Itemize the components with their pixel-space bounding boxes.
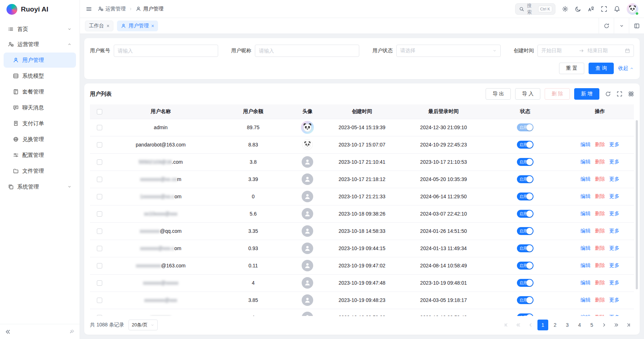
settings-icon[interactable] — [562, 6, 568, 12]
status-toggle[interactable]: 启用 — [517, 227, 533, 235]
delete-link[interactable]: 删除 — [595, 141, 605, 147]
delete-link[interactable]: 删除 — [595, 314, 605, 316]
table-columns-icon[interactable] — [628, 91, 634, 97]
add-button[interactable]: 新 增 — [574, 88, 599, 100]
sidebar-item-system-management[interactable]: 系统管理 — [4, 179, 76, 194]
page-size-select[interactable]: 20条/页 — [129, 320, 158, 330]
user-avatar[interactable] — [627, 3, 638, 15]
breadcrumb-item-user-management[interactable]: 用户管理 — [136, 6, 163, 12]
delete-link[interactable]: 删除 — [595, 297, 605, 303]
menu-toggle-icon[interactable] — [86, 6, 92, 12]
status-toggle[interactable]: 启用 — [517, 158, 533, 166]
sidebar-subitem-exchange-management[interactable]: 兑换管理 — [4, 132, 76, 147]
more-link[interactable]: 更多 — [609, 193, 620, 199]
global-search[interactable]: 搜索 Ctrl K — [515, 3, 555, 15]
import-button[interactable]: 导 入 — [515, 88, 540, 100]
page-button-2[interactable]: 2 — [550, 320, 560, 330]
row-checkbox[interactable] — [97, 159, 102, 165]
reset-button[interactable]: 重 置 — [559, 63, 584, 74]
more-link[interactable]: 更多 — [609, 141, 620, 147]
row-checkbox[interactable] — [97, 229, 102, 234]
edit-link[interactable]: 编辑 — [581, 297, 591, 303]
page-button-5[interactable]: 5 — [586, 320, 597, 330]
close-tab-icon[interactable]: × — [151, 23, 154, 28]
edit-link[interactable]: 编辑 — [581, 141, 591, 147]
edit-link[interactable]: 编辑 — [581, 176, 591, 182]
sidebar-subitem-config-management[interactable]: 配置管理 — [4, 148, 76, 163]
first-page-button[interactable] — [501, 320, 512, 330]
jump-forward-button[interactable] — [611, 320, 622, 330]
more-link[interactable]: 更多 — [609, 262, 620, 268]
row-checkbox[interactable] — [97, 315, 102, 316]
sidebar-item-home[interactable]: 首页 — [4, 22, 76, 37]
row-checkbox[interactable] — [97, 298, 102, 303]
delete-link[interactable]: 删除 — [595, 245, 605, 251]
row-checkbox[interactable] — [97, 177, 102, 182]
fullscreen-icon[interactable] — [601, 6, 607, 12]
sidebar-item-operations[interactable]: 运营管理 — [4, 37, 76, 52]
last-page-button[interactable] — [623, 320, 634, 330]
edit-link[interactable]: 编辑 — [581, 228, 591, 234]
search-button[interactable]: 查 询 — [589, 63, 614, 74]
tab-options-button[interactable] — [614, 18, 629, 33]
status-toggle[interactable]: 启用 — [517, 244, 533, 252]
status-toggle[interactable]: 启用 — [517, 141, 533, 149]
tab-workbench[interactable]: 工作台 × — [85, 21, 113, 31]
refresh-table-icon[interactable] — [605, 91, 611, 97]
page-button-1[interactable]: 1 — [537, 320, 548, 330]
tab-user-management[interactable]: 用户管理 × — [117, 21, 158, 31]
delete-link[interactable]: 删除 — [595, 176, 605, 182]
prev-page-button[interactable] — [525, 320, 536, 330]
more-link[interactable]: 更多 — [609, 211, 620, 216]
table-fullscreen-icon[interactable] — [617, 91, 622, 97]
delete-link[interactable]: 删除 — [595, 262, 605, 268]
date-range-picker[interactable]: 开始日期 结束日期 — [537, 45, 634, 57]
edit-link[interactable]: 编辑 — [581, 314, 591, 316]
nickname-input[interactable] — [255, 45, 359, 57]
delete-link[interactable]: 删除 — [595, 211, 605, 216]
edit-link[interactable]: 编辑 — [581, 245, 591, 251]
delete-link[interactable]: 删除 — [595, 228, 605, 234]
page-button-4[interactable]: 4 — [574, 320, 585, 330]
sidebar-subitem-payment-orders[interactable]: 支付订单 — [4, 116, 76, 131]
select-all-checkbox[interactable] — [97, 109, 102, 114]
jump-back-button[interactable] — [513, 320, 524, 330]
edit-link[interactable]: 编辑 — [581, 193, 591, 199]
status-toggle[interactable]: 启用 — [517, 262, 533, 270]
more-link[interactable]: 更多 — [609, 159, 620, 164]
edit-link[interactable]: 编辑 — [581, 159, 591, 164]
sidebar-subitem-file-management[interactable]: 文件管理 — [4, 163, 76, 178]
status-toggle[interactable]: 启用 — [517, 123, 533, 131]
delete-link[interactable]: 删除 — [595, 280, 605, 285]
edit-link[interactable]: 编辑 — [581, 262, 591, 268]
more-link[interactable]: 更多 — [609, 176, 620, 182]
pin-sidebar-icon[interactable] — [69, 329, 75, 334]
row-checkbox[interactable] — [97, 246, 102, 251]
language-icon[interactable] — [588, 6, 594, 12]
page-button-3[interactable]: 3 — [562, 320, 573, 330]
row-checkbox[interactable] — [97, 280, 102, 286]
sidebar-subitem-package-management[interactable]: 套餐管理 — [4, 84, 76, 99]
status-toggle[interactable]: 启用 — [517, 175, 533, 183]
sidebar-subitem-chat-messages[interactable]: 聊天消息 — [4, 100, 76, 115]
status-toggle[interactable]: 启用 — [517, 193, 533, 200]
more-link[interactable]: 更多 — [609, 314, 620, 316]
row-checkbox[interactable] — [97, 125, 102, 130]
row-checkbox[interactable] — [97, 211, 102, 217]
more-link[interactable]: 更多 — [609, 280, 620, 285]
next-page-button[interactable] — [599, 320, 609, 330]
row-checkbox[interactable] — [97, 263, 102, 268]
layout-toggle-button[interactable] — [629, 18, 644, 33]
sidebar-subitem-system-model[interactable]: 系统模型 — [4, 68, 76, 83]
vertical-scrollbar[interactable] — [636, 120, 638, 289]
status-select[interactable]: 请选择 — [396, 45, 501, 57]
row-checkbox[interactable] — [97, 194, 102, 199]
refresh-tab-button[interactable] — [599, 18, 614, 33]
collapse-filters-link[interactable]: 收起 — [618, 65, 634, 72]
export-button[interactable]: 导 出 — [486, 88, 511, 100]
status-toggle[interactable]: 启用 — [517, 210, 533, 218]
status-toggle[interactable]: 启用 — [517, 296, 533, 304]
edit-link[interactable]: 编辑 — [581, 211, 591, 216]
dark-mode-icon[interactable] — [575, 6, 581, 12]
notifications-icon[interactable] — [614, 6, 620, 12]
